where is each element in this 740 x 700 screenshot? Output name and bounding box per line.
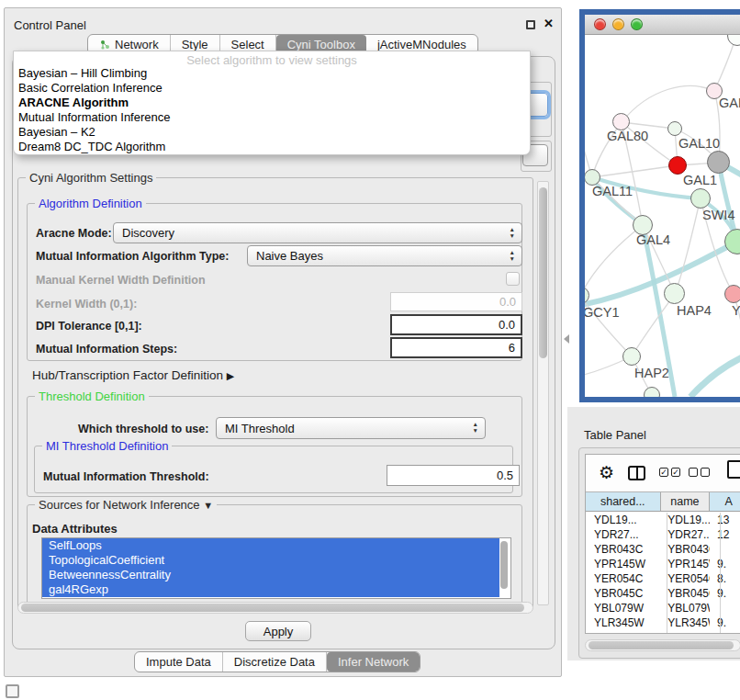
network-node[interactable]: [724, 285, 740, 303]
node-label: GAL80: [607, 129, 648, 143]
node-table: ⚙ ✓ ✓ shared... name A YDL19... YDL19...: [585, 454, 740, 634]
algorithm-option[interactable]: Bayesian – Hill Climbing: [14, 66, 530, 81]
dpi-tolerance-label: DPI Tolerance [0,1]:: [36, 320, 142, 333]
manual-kernel-checkbox[interactable]: [506, 272, 520, 286]
close-icon[interactable]: ✕: [544, 17, 554, 30]
node-label: GAL10: [678, 136, 720, 151]
table-row[interactable]: YER054C YER054C 8.: [586, 571, 740, 586]
network-node[interactable]: [707, 151, 730, 174]
settings-scrollbar[interactable]: [537, 181, 549, 605]
network-view-window: GAL GAL80 GAL10 GAL1 GAL11 SWI4 GAL4 GCY…: [579, 9, 740, 402]
network-node[interactable]: [622, 347, 641, 366]
panel-title: Control Panel: [14, 18, 86, 32]
kernel-width-label: Kernel Width (0,1):: [36, 298, 137, 310]
mi-type-label: Mutual Information Algorithm Type:: [36, 250, 229, 263]
tab-infer-network[interactable]: Infer Network: [327, 652, 420, 672]
algorithm-option-selected[interactable]: ARACNE Algorithm: [14, 96, 530, 110]
network-node[interactable]: [644, 387, 660, 397]
table-toolbar: ⚙ ✓ ✓: [586, 455, 740, 491]
table-row[interactable]: YBR043C YBR043C: [586, 542, 740, 557]
minimize-button[interactable]: [612, 18, 624, 30]
collapsed-arrow-icon: ▶: [227, 370, 234, 381]
algorithm-dropdown-popup: Select algorithm to view settings Bayesi…: [13, 51, 531, 155]
screen: Control Panel ✕ Network Style Select Cyn…: [0, 0, 740, 700]
list-item[interactable]: TopologicalCoefficient: [42, 553, 499, 568]
group-title: Algorithm Definition: [35, 197, 146, 210]
list-item[interactable]: gal4RGexp: [42, 582, 499, 597]
column-header-name[interactable]: name: [661, 492, 711, 511]
table-hscrollbar[interactable]: [585, 639, 740, 651]
dpi-tolerance-input[interactable]: 0.0: [390, 314, 522, 335]
sources-disclosure[interactable]: Sources for Network Inference ▼: [35, 498, 217, 512]
table-header: shared... name A: [586, 491, 740, 512]
settings-scrollbar-thumb[interactable]: [539, 187, 547, 358]
node-label: Y: [732, 303, 740, 318]
table-row[interactable]: YDR27... YDR27... 12: [586, 527, 740, 542]
column-header-next[interactable]: A: [710, 492, 740, 511]
network-node-selected[interactable]: [668, 156, 687, 175]
unchecked-checkbox-icon[interactable]: [701, 468, 710, 477]
network-node[interactable]: [690, 188, 711, 209]
tab-discretize-data[interactable]: Discretize Data: [223, 652, 327, 672]
table-panel-title: Table Panel: [584, 428, 646, 442]
list-item[interactable]: SelfLoops: [42, 538, 499, 553]
checked-checkbox-icon[interactable]: ✓: [659, 468, 668, 477]
gear-icon[interactable]: ⚙: [599, 462, 614, 483]
kernel-width-input[interactable]: 0.0: [390, 292, 522, 311]
which-threshold-select[interactable]: MI Threshold ▲▼: [216, 417, 486, 439]
network-canvas[interactable]: GAL GAL80 GAL10 GAL1 GAL11 SWI4 GAL4 GCY…: [585, 35, 740, 397]
apply-button[interactable]: Apply: [245, 621, 311, 641]
table-row[interactable]: YJL053C YJL053C 9: [586, 630, 740, 633]
hub-definition-disclosure[interactable]: Hub/Transcription Factor Definition ▶: [32, 368, 234, 382]
data-attributes-label: Data Attributes: [32, 522, 118, 536]
network-window-titlebar[interactable]: [585, 15, 740, 35]
column-selector-icon[interactable]: [628, 466, 645, 480]
document-icon[interactable]: [727, 460, 740, 479]
column-divider: [720, 513, 721, 633]
node-label: HAP2: [634, 366, 669, 380]
column-header-shared-name[interactable]: shared...: [586, 492, 661, 511]
table-row[interactable]: YBR045C YBR045C 9.: [586, 586, 740, 601]
algorithm-option[interactable]: Dream8 DC_TDC Algorithm: [14, 140, 530, 154]
mi-type-select[interactable]: Naive Bayes ▲▼: [247, 245, 522, 266]
table-hscrollbar-thumb[interactable]: [589, 641, 734, 649]
checked-checkbox-icon[interactable]: ✓: [671, 468, 680, 477]
unchecked-checkbox-icon[interactable]: [689, 468, 698, 477]
table-row[interactable]: YPR145W YPR145W 9.: [586, 557, 740, 571]
float-window-icon[interactable]: [526, 20, 535, 29]
table-body: YDL19... YDL19... 13 YDR27... YDR27... 1…: [586, 513, 740, 633]
data-attributes-list: SelfLoops TopologicalCoefficient Between…: [41, 537, 511, 599]
algorithm-option[interactable]: Basic Correlation Inference: [14, 81, 530, 96]
algorithm-option[interactable]: Bayesian – K2: [14, 125, 530, 140]
zoom-button[interactable]: [631, 18, 643, 30]
node-label: GAL: [719, 96, 740, 110]
panel-divider-handle[interactable]: [564, 334, 569, 344]
node-label: HAP4: [677, 303, 712, 318]
list-scrollbar[interactable]: [500, 540, 509, 596]
which-threshold-label: Which threshold to use:: [78, 423, 208, 435]
aracne-mode-select[interactable]: Discovery ▲▼: [113, 222, 522, 243]
node-label: GCY1: [585, 305, 620, 320]
table-row[interactable]: YLR345W YLR345W 9.: [586, 615, 740, 630]
mi-steps-input[interactable]: 6: [390, 337, 522, 358]
close-button[interactable]: [594, 18, 606, 30]
group-title: Threshold Definition: [35, 390, 149, 403]
network-node[interactable]: [664, 283, 685, 304]
mini-panel-icon[interactable]: [6, 684, 19, 698]
group-title: MI Threshold Definition: [42, 439, 172, 453]
settings-hscrollbar-thumb[interactable]: [21, 604, 524, 612]
mi-steps-label: Mutual Information Steps:: [36, 343, 177, 356]
node-label: SWI4: [702, 208, 734, 222]
combo-arrows-icon: ▲▼: [473, 421, 478, 434]
list-scrollbar-thumb[interactable]: [500, 541, 508, 589]
mi-threshold-input[interactable]: 0.5: [387, 465, 520, 486]
settings-hscrollbar[interactable]: [17, 602, 533, 614]
tab-impute-data[interactable]: Impute Data: [135, 652, 223, 672]
algorithm-option[interactable]: Mutual Information Inference: [14, 110, 530, 125]
expanded-arrow-icon: ▼: [203, 500, 213, 511]
network-node[interactable]: [667, 121, 682, 136]
table-row[interactable]: YBL079W YBL079W: [586, 601, 740, 615]
list-item[interactable]: BetweennessCentrality: [42, 568, 499, 582]
table-row[interactable]: YDL19... YDL19... 13: [586, 513, 740, 527]
mi-threshold-label: Mutual Information Threshold:: [43, 470, 209, 483]
